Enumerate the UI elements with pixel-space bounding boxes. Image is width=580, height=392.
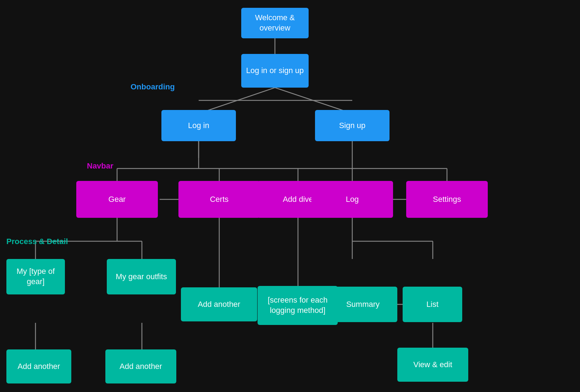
node-add-another-gear1: Add another xyxy=(6,349,71,383)
label-process: Process & Detail xyxy=(6,237,68,246)
node-my-type-gear: My [type of gear] xyxy=(6,259,65,294)
node-screens-logging: [screens for each logging method] xyxy=(258,286,338,325)
node-login-signup: Log in or sign up xyxy=(241,54,309,88)
node-certs: Certs xyxy=(178,181,260,218)
node-welcome: Welcome & overview xyxy=(241,8,309,38)
node-login: Log in xyxy=(161,110,236,141)
node-log: Log xyxy=(311,181,393,218)
node-view-edit: View & edit xyxy=(397,348,468,382)
node-settings: Settings xyxy=(406,181,488,218)
diagram: Onboarding Navbar Process & Detail Welco… xyxy=(0,0,580,392)
label-navbar: Navbar xyxy=(87,161,114,171)
node-signup: Sign up xyxy=(315,110,390,141)
node-my-gear-outfits: My gear outfits xyxy=(107,259,176,294)
node-list: List xyxy=(403,287,462,322)
node-add-another-certs: Add another xyxy=(181,287,257,321)
node-gear: Gear xyxy=(76,181,158,218)
label-onboarding: Onboarding xyxy=(131,82,175,92)
node-summary: Summary xyxy=(328,287,397,322)
node-add-another-gear2: Add another xyxy=(105,349,176,383)
